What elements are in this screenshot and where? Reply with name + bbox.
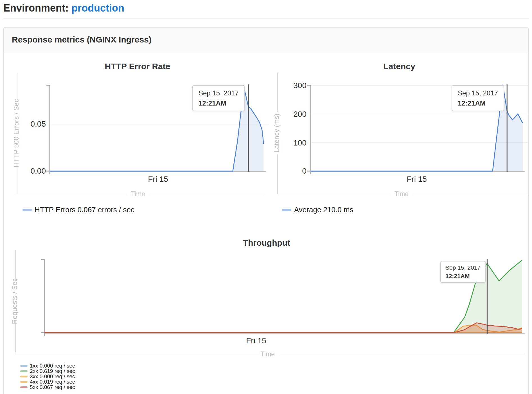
latency-title: Latency [383,62,415,71]
y-tick: 200 [293,110,306,118]
legend-swatch [20,370,28,372]
legend-swatch [282,209,291,211]
tooltip-date: Sep 15, 2017 [458,89,498,97]
latency-tooltip: Sep 15, 2017 12:21AM [452,85,504,111]
y-tick: 0.05 [31,120,46,128]
x-tick: Fri 15 [407,175,427,183]
throughput-tooltip: Sep 15, 2017 12:21AM [440,261,486,283]
throughput-ylabel: Requests / Sec [11,278,18,324]
x-tick: Fri 15 [148,175,168,183]
throughput-xlabel: Time [261,350,275,358]
legend-swatch [20,386,28,388]
latency-ylabel: Latency (ms) [273,114,280,153]
legend-swatch [20,381,28,383]
environment-metrics-page: Environment: production Response metrics… [0,0,532,394]
latency-legend: Average 210.0 ms [282,205,353,214]
y-tick: 300 [293,81,306,90]
throughput-title: Throughput [243,238,290,247]
legend-swatch [20,365,28,367]
throughput-legend-5xx: 5xx 0.067 req / sec [20,384,75,390]
legend-label: Average 210.0 ms [294,205,353,214]
legend-label: 5xx 0.067 req / sec [30,384,75,390]
tooltip-time: 12:21AM [199,99,239,107]
y-tick: 0 [302,167,306,175]
y-tick: 100 [293,138,306,147]
tooltip-date: Sep 15, 2017 [199,89,239,97]
http-error-rate-legend: HTTP Errors 0.067 errors / sec [22,205,134,214]
http-error-rate-xlabel: Time [131,190,145,198]
tooltip-time: 12:21AM [458,99,498,107]
latency-xlabel: Time [395,190,409,198]
x-tick: Fri 15 [246,336,266,345]
legend-label: HTTP Errors 0.067 errors / sec [35,205,134,214]
http-error-rate-title: HTTP Error Rate [105,62,170,71]
metrics-charts-canvas[interactable]: HTTP Error Rate HTTP 500 Errors / Sec 0.… [0,0,532,394]
legend-swatch [22,209,32,211]
http-error-rate-ylabel: HTTP 500 Errors / Sec [12,99,20,167]
tooltip-time: 12:21AM [445,273,481,279]
legend-swatch [20,376,28,377]
tooltip-date: Sep 15, 2017 [445,264,481,271]
y-tick: 0.00 [31,167,46,175]
http-error-rate-tooltip: Sep 15, 2017 12:21AM [192,85,245,111]
